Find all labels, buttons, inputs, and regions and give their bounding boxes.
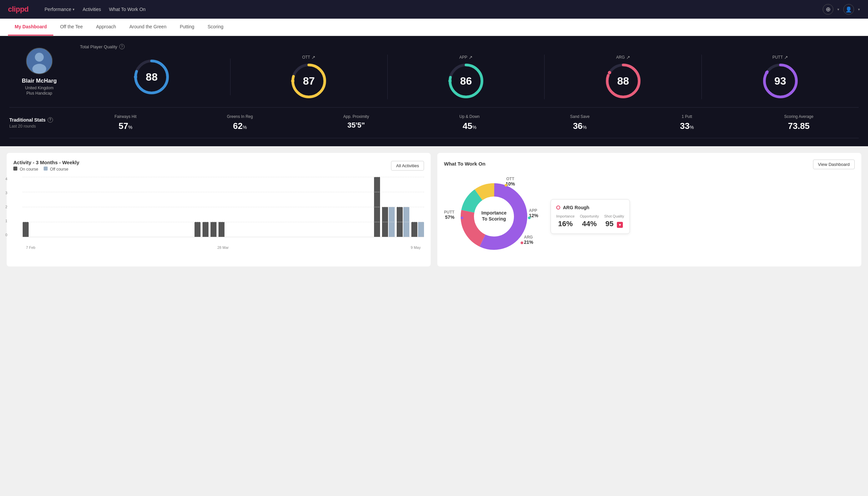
svg-point-11 — [448, 79, 452, 83]
player-country: United Kingdom — [25, 86, 53, 90]
arrow-icon: ↗ — [784, 55, 788, 60]
arrow-icon: ↗ — [469, 55, 473, 60]
score-blocks: 88 OTT ↗ 87 — [80, 55, 859, 99]
player-name: Blair McHarg — [22, 78, 57, 84]
chart-title-group: Activity - 3 Months - Weekly On course O… — [13, 159, 79, 172]
svg-point-2 — [32, 64, 46, 74]
donut-label-app: APP 12% — [529, 208, 538, 218]
arrow-icon: ↗ — [626, 55, 630, 60]
avatar — [26, 48, 53, 74]
activity-chart-card: Activity - 3 Months - Weekly On course O… — [7, 153, 431, 266]
tab-approach[interactable]: Approach — [89, 19, 123, 36]
nav-activities[interactable]: Activities — [83, 5, 101, 13]
header-right: ⊕ ▾ 👤 ▾ — [823, 4, 860, 15]
tab-off-the-tee[interactable]: Off the Tee — [53, 19, 89, 36]
user-chevron: ▾ — [858, 7, 860, 12]
traditional-stats: Traditional Stats ? Last 20 rounds Fairw… — [9, 108, 859, 138]
circle-total: 88 — [133, 59, 170, 95]
chart-canvas — [23, 177, 424, 244]
logo: clippd — [8, 5, 29, 14]
legend-on-course: On course — [13, 167, 38, 172]
scores-container: Total Player Quality ? 88 — [80, 44, 859, 99]
tab-scoring[interactable]: Scoring — [201, 19, 230, 36]
score-ott: OTT ↗ 87 — [231, 55, 388, 99]
circle-ott: 87 — [290, 63, 327, 99]
add-chevron: ▾ — [837, 7, 839, 12]
main-nav: Performance ▾ Activities What To Work On — [45, 5, 145, 13]
stat-up-down: Up & Down 45% — [459, 114, 480, 131]
info-metrics: Importance 16% Opportunity 44% Shot Qual… — [556, 214, 624, 228]
trad-subtitle: Last 20 rounds — [9, 124, 69, 128]
info-card-title: ARG Rough — [556, 205, 624, 210]
circle-arg: 88 — [605, 63, 642, 99]
legend-off-course: Off course — [44, 167, 68, 172]
nav-performance[interactable]: Performance ▾ — [45, 5, 75, 13]
trad-label: Traditional Stats ? Last 20 rounds — [9, 117, 69, 128]
what-to-work-title: What To Work On — [444, 161, 485, 167]
all-activities-button[interactable]: All Activities — [391, 161, 424, 171]
circle-app: 86 — [448, 63, 484, 99]
circle-putt: 93 — [762, 63, 799, 99]
info-metric-opportunity: Opportunity 44% — [580, 214, 599, 228]
dot-arg — [521, 242, 523, 244]
arrow-icon: ↗ — [312, 55, 315, 60]
stat-sand-save: Sand Save 36% — [570, 114, 589, 131]
score-ott-label: OTT ↗ — [302, 55, 315, 60]
stat-items: Fairways Hit 57% Greens In Reg 62% App. … — [69, 114, 859, 131]
donut-chart-container: Importance To Scoring OTT 10% APP 12% AR… — [444, 173, 544, 260]
user-icon[interactable]: 👤 — [843, 4, 854, 15]
svg-text:Importance: Importance — [481, 210, 507, 216]
bar-chart-area: 4 3 2 1 0 — [13, 177, 424, 249]
score-total-value: 88 — [146, 71, 158, 83]
y-labels: 4 3 2 1 0 — [5, 177, 7, 237]
score-app-label: APP ↗ — [459, 55, 473, 60]
what-to-work-header: What To Work On View Dashboard — [444, 159, 855, 169]
info-metric-importance: Importance 16% — [556, 214, 574, 228]
dashboard: Blair McHarg United Kingdom Plus Handica… — [0, 36, 868, 146]
tab-my-dashboard[interactable]: My Dashboard — [8, 19, 53, 36]
donut-label-putt: PUTT 57% — [444, 210, 454, 220]
score-app-value: 86 — [460, 75, 472, 87]
score-putt-label: PUTT ↗ — [772, 55, 788, 60]
dot-putt — [461, 217, 463, 219]
score-ott-value: 87 — [303, 75, 315, 87]
score-app: APP ↗ 86 — [388, 55, 545, 99]
tab-around-the-green[interactable]: Around the Green — [123, 19, 173, 36]
tabs-bar: My Dashboard Off the Tee Approach Around… — [0, 19, 868, 36]
info-metric-shot-quality: Shot Quality 95 ▼ — [604, 214, 624, 228]
svg-text:To Scoring: To Scoring — [482, 216, 506, 221]
chevron-down-icon: ▾ — [73, 7, 75, 12]
stat-app-proximity: App. Proximity 35'5" — [343, 114, 369, 131]
score-arg-value: 88 — [617, 75, 629, 87]
help-icon[interactable]: ? — [119, 44, 125, 49]
dot-ott — [505, 184, 507, 187]
stat-scoring-average: Scoring Average 73.85 — [784, 114, 814, 131]
dot-app — [528, 217, 531, 219]
shot-quality-badge: ▼ — [617, 222, 623, 228]
donut-section: Importance To Scoring OTT 10% APP 12% AR… — [444, 173, 855, 260]
score-putt: PUTT ↗ 93 — [702, 55, 859, 99]
bottom-cards: Activity - 3 Months - Weekly On course O… — [0, 146, 868, 273]
chart-header: Activity - 3 Months - Weekly On course O… — [13, 159, 424, 172]
score-arg-label: ARG ↗ — [616, 55, 630, 60]
trad-title: Traditional Stats ? — [9, 117, 69, 123]
tab-putting[interactable]: Putting — [173, 19, 201, 36]
chart-title: Activity - 3 Months - Weekly — [13, 159, 79, 165]
player-info: Blair McHarg United Kingdom Plus Handica… — [9, 48, 69, 96]
stat-fairways-hit: Fairways Hit 57% — [114, 114, 137, 131]
view-dashboard-button[interactable]: View Dashboard — [813, 159, 855, 169]
donut-svg: Importance To Scoring — [461, 183, 527, 250]
help-icon[interactable]: ? — [48, 117, 53, 123]
add-button[interactable]: ⊕ — [823, 4, 833, 15]
score-total: 88 — [80, 59, 231, 95]
nav-what-to-work-on[interactable]: What To Work On — [109, 5, 145, 13]
info-dot — [556, 205, 560, 210]
grid-lines — [23, 177, 424, 237]
score-putt-value: 93 — [774, 75, 786, 87]
svg-point-1 — [35, 52, 44, 62]
info-card: ARG Rough Importance 16% Opportunity 44%… — [551, 199, 630, 234]
header: clippd Performance ▾ Activities What To … — [0, 0, 868, 19]
stat-1-putt: 1 Putt 33% — [680, 114, 694, 131]
what-to-work-card: What To Work On View Dashboard — [437, 153, 861, 266]
stat-greens-in-reg: Greens In Reg 62% — [227, 114, 253, 131]
